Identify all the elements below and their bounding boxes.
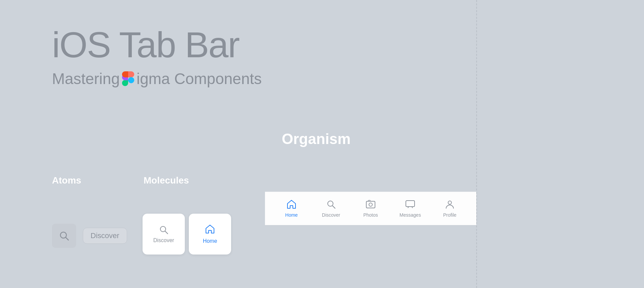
svg-point-4 [328, 201, 333, 206]
molecule-home-label: Home [203, 238, 217, 244]
profile-tab-icon [445, 199, 455, 211]
svg-line-1 [66, 237, 68, 240]
discover-tab-label: Discover [322, 212, 340, 218]
tab-item-photos[interactable]: Photos [351, 199, 390, 218]
organism-section-label: Organism [282, 131, 351, 147]
figma-logo-icon [122, 71, 135, 86]
messages-tab-icon [405, 199, 415, 211]
molecule-home-tab[interactable]: Home [189, 214, 231, 255]
svg-point-2 [160, 226, 166, 232]
atom-label-text: Discover [91, 231, 119, 240]
molecules-content: Discover Home [143, 214, 231, 255]
atoms-content: Discover [52, 224, 127, 248]
svg-line-5 [333, 206, 335, 209]
svg-rect-8 [406, 201, 415, 207]
home-tab-label: Home [285, 212, 298, 218]
discover-search-icon [159, 225, 169, 235]
organism-panel: Organism Home [265, 0, 476, 288]
tab-item-messages[interactable]: Messages [390, 199, 430, 218]
photos-tab-icon [366, 199, 376, 211]
subtitle-text-after: igma Components [137, 70, 262, 88]
divider-organism-right [476, 0, 477, 288]
molecule-discover-tab[interactable]: Discover [143, 214, 185, 255]
molecule-discover-label: Discover [153, 237, 174, 243]
atoms-section-label: Atoms [52, 175, 81, 186]
right-panel [476, 0, 644, 288]
main-container: iOS Tab Bar Mastering igma Components At… [0, 0, 644, 288]
discover-tab-icon [326, 199, 336, 211]
tab-item-home[interactable]: Home [272, 199, 311, 218]
svg-point-7 [369, 203, 372, 206]
tab-item-discover[interactable]: Discover [311, 199, 351, 218]
tab-item-profile[interactable]: Profile [430, 199, 470, 218]
svg-point-9 [448, 201, 451, 204]
subtitle-text-before: Mastering [52, 70, 120, 88]
ios-tab-bar: Home Discover [265, 192, 476, 225]
page-title: iOS Tab Bar [52, 27, 265, 63]
subtitle: Mastering igma Components [52, 70, 265, 88]
svg-line-3 [165, 231, 168, 234]
search-icon [59, 230, 69, 241]
search-icon-atom [52, 224, 76, 248]
home-tab-icon [286, 199, 297, 211]
profile-tab-label: Profile [443, 212, 457, 218]
molecules-section-label: Molecules [144, 175, 189, 186]
messages-tab-label: Messages [399, 212, 421, 218]
left-panel: iOS Tab Bar Mastering igma Components At… [0, 0, 265, 288]
label-atom: Discover [83, 228, 127, 244]
photos-tab-label: Photos [363, 212, 378, 218]
home-icon-active [205, 224, 215, 235]
svg-rect-6 [366, 201, 375, 208]
